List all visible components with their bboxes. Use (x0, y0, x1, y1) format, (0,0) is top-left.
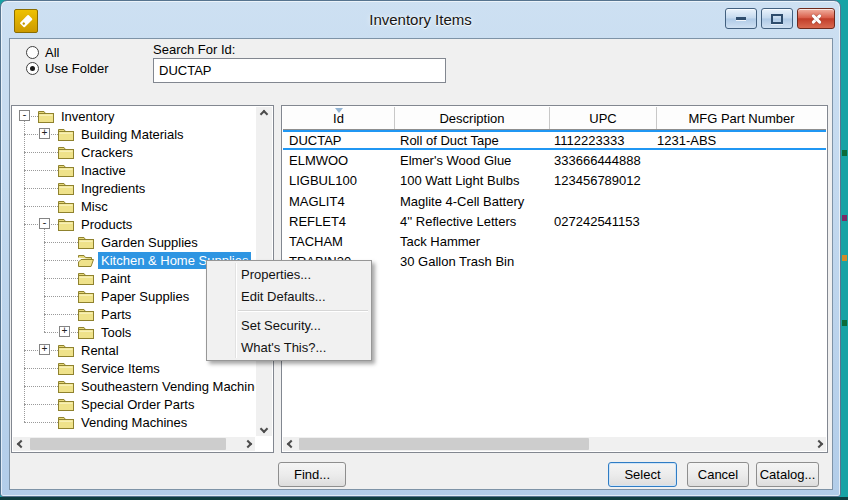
plus-expander-icon[interactable]: + (39, 128, 50, 139)
tree-item-garden-supplies[interactable]: Garden Supplies (13, 233, 255, 251)
search-input[interactable] (153, 58, 446, 83)
folder-icon (58, 416, 74, 429)
minus-expander-icon[interactable]: - (19, 110, 30, 121)
inventory-items-window: Inventory Items All Use Folder Search Fo… (0, 0, 841, 497)
minimize-icon (736, 17, 746, 20)
tree-horizontal-scrollbar[interactable] (13, 437, 255, 451)
close-button[interactable] (797, 8, 835, 29)
tree-item-label: Paper Supplies (98, 288, 192, 305)
menu-item-set-security[interactable]: Set Security... (207, 314, 371, 336)
folder-icon (58, 182, 74, 195)
chevron-up-icon[interactable] (256, 107, 271, 121)
menu-item-properties[interactable]: Properties... (207, 263, 371, 285)
table-row-maglit4[interactable]: MAGLIT4Maglite 4-Cell Battery (283, 191, 826, 211)
tree-connector-slot (39, 377, 58, 395)
plus-expander-icon[interactable]: + (59, 326, 70, 337)
tree-item-southeastern-vending-machine-pa[interactable]: Southeastern Vending Machine Pa (13, 377, 255, 395)
menu-gutter (235, 263, 236, 358)
tree-item-building-materials[interactable]: +Building Materials (13, 125, 255, 143)
column-header-upc[interactable]: UPC (550, 107, 657, 129)
tree-connector (24, 224, 38, 225)
radio-option-use-folder[interactable]: Use Folder (26, 61, 109, 76)
tree-connector (24, 170, 58, 171)
minimize-button[interactable] (725, 8, 757, 29)
tree-item-ingredients[interactable]: Ingredients (13, 179, 255, 197)
tree-connector (24, 386, 58, 387)
titlebar[interactable]: Inventory Items (1, 1, 840, 38)
chevron-left-icon[interactable] (13, 437, 28, 450)
list-horizontal-scrollbar[interactable] (283, 437, 826, 451)
column-header-mfg-part-number[interactable]: MFG Part Number (657, 107, 826, 129)
folder-icon (38, 110, 54, 123)
tree-item-vending-machines[interactable]: Vending Machines (13, 413, 255, 431)
scrollbar-thumb[interactable] (299, 438, 589, 450)
radio-button-all[interactable] (26, 46, 39, 59)
cell-upc: 333666444888 (548, 153, 654, 168)
find-button[interactable]: Find... (278, 462, 346, 487)
cell-description: 100 Watt Light Bulbs (394, 173, 548, 188)
folder-icon (58, 398, 74, 411)
tree-item-label: Special Order Parts (78, 396, 197, 413)
plus-expander-icon[interactable]: + (39, 344, 50, 355)
folder-icon (58, 146, 74, 159)
tree-connector (24, 152, 58, 153)
column-header-id[interactable]: Id (283, 107, 395, 129)
folder-icon (58, 200, 74, 213)
tree-connector-slot (59, 287, 78, 305)
dialog-client-area: All Use Folder Search For Id: -Inventory… (9, 38, 833, 490)
tree-item-label: Service Items (78, 360, 163, 377)
tree-item-inactive[interactable]: Inactive (13, 161, 255, 179)
menu-item-what-s-this[interactable]: What's This?... (207, 336, 371, 358)
tree-connector-slot: - (39, 215, 58, 233)
tree-connector (24, 188, 58, 189)
tree-item-special-order-parts[interactable]: Special Order Parts (13, 395, 255, 413)
tree-connector (44, 332, 58, 333)
window-controls (725, 8, 835, 29)
catalog-button[interactable]: Catalog... (756, 462, 819, 487)
tree-connector (44, 278, 78, 279)
chevron-down-icon[interactable] (256, 422, 271, 436)
tree-connector-slot (39, 143, 58, 161)
folder-icon (58, 218, 74, 231)
tree-connector (51, 224, 58, 225)
menu-item-edit-defaults[interactable]: Edit Defaults... (207, 285, 371, 307)
tree-connector (44, 314, 78, 315)
scrollbar-thumb[interactable] (30, 438, 226, 450)
folder-icon (58, 380, 74, 393)
chevron-right-icon[interactable] (240, 437, 255, 450)
tree-connector-slot (59, 233, 78, 251)
select-button[interactable]: Select (608, 462, 677, 487)
tree-connector (44, 242, 78, 243)
radio-option-all[interactable]: All (26, 45, 59, 60)
column-header-label: MFG Part Number (688, 111, 794, 126)
folder-icon (58, 128, 74, 141)
tree-item-misc[interactable]: Misc (13, 197, 255, 215)
column-header-description[interactable]: Description (395, 107, 550, 129)
tree-item-inventory[interactable]: -Inventory (13, 107, 255, 125)
table-row-ligbul100[interactable]: LIGBUL100100 Watt Light Bulbs12345678901… (283, 171, 826, 191)
minus-expander-icon[interactable]: - (39, 218, 50, 229)
folder-icon (78, 272, 94, 285)
table-row-ductap[interactable]: DUCTAPRoll of Duct Tape11122233331231-AB… (283, 130, 826, 150)
tree-item-service-items[interactable]: Service Items (13, 359, 255, 377)
tree-item-products[interactable]: -Products (13, 215, 255, 233)
tree-item-crackers[interactable]: Crackers (13, 143, 255, 161)
maximize-button[interactable] (761, 8, 793, 29)
tree-connector (24, 422, 58, 423)
table-row-elmwoo[interactable]: ELMWOOElmer's Wood Glue333666444888 (283, 150, 826, 170)
chevron-left-icon[interactable] (283, 437, 298, 450)
table-row-reflet4[interactable]: REFLET44'' Reflective Letters02724254115… (283, 211, 826, 231)
table-row-tacham[interactable]: TACHAMTack Hammer (283, 231, 826, 251)
folder-icon (78, 326, 94, 339)
folder-icon (58, 164, 74, 177)
cell-upc: 123456789012 (548, 173, 654, 188)
context-menu: Properties...Edit Defaults...Set Securit… (206, 260, 372, 361)
chevron-right-icon[interactable] (811, 437, 826, 450)
column-header-label: Description (439, 111, 504, 126)
radio-button-use-folder[interactable] (26, 62, 39, 75)
cell-description: Elmer's Wood Glue (394, 153, 548, 168)
cell-upc: 1112223333 (548, 133, 654, 148)
cell-id: TACHAM (283, 234, 394, 249)
cell-description: 30 Gallon Trash Bin (394, 254, 548, 269)
cancel-button[interactable]: Cancel (687, 462, 749, 487)
